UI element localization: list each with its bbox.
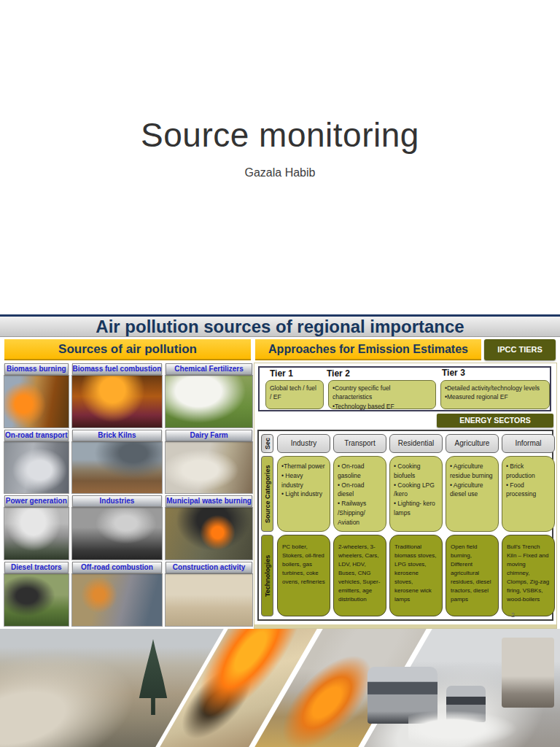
sources-photo-grid: Biomass burning Biomass fuel combustion … (4, 363, 252, 627)
panel-bottom-strip (254, 624, 556, 628)
photo-label: Industries (72, 495, 163, 507)
tier-1-cell: Global tech / fuel / EF (265, 380, 324, 409)
column-header-transport: Transport (333, 434, 386, 453)
exhaust-smoke (408, 711, 518, 747)
photo-label: On-road transport (4, 430, 69, 441)
photo-label: Biomass burning (4, 363, 69, 375)
bottom-photo-collage (0, 629, 560, 747)
technologies-industry: PC boiler, Stokers, oil-fired boilers, g… (277, 535, 330, 616)
source-cell-power-generation: Power generation (4, 495, 69, 561)
column-header-industry: Industry (277, 434, 330, 453)
photo-label: Municipal waste burning (166, 495, 252, 507)
source-cell-dairy-farm: Dairy Farm (165, 429, 253, 495)
ipcc-tiers-box: Tier 1 Tier 2 Tier 3 Global tech / fuel … (258, 366, 551, 411)
source-cell-brick-kilns: Brick Kilns (71, 429, 163, 495)
tier-3-title: Tier 3 (442, 368, 465, 378)
document-page: Source monitoring Gazala Habib Air pollu… (0, 0, 560, 747)
column-header-informal: Informal (502, 434, 555, 453)
truck-silhouette (502, 638, 554, 708)
on-road-transport-photo (4, 441, 69, 495)
source-cell-on-road-transport: On-road transport (4, 429, 69, 495)
title-block: Source monitoring Gazala Habib (0, 115, 560, 179)
approaches-column-header: Approaches for Emission Estimates (255, 339, 481, 360)
technologies-transport: 2-wheelers, 3-wheelers, Cars, LDV, HDV, … (333, 535, 386, 616)
dairy-farm-photo (165, 441, 253, 495)
source-categories-residential: • Cooking biofuels • Cooking LPG /kero •… (389, 456, 443, 532)
photo-label: Brick Kilns (72, 430, 163, 441)
source-categories-informal: • Brick production • Food processing (502, 456, 555, 532)
power-generation-photo (4, 507, 69, 560)
column-header-residential: Residential (389, 434, 443, 453)
slide-number: 2 (511, 611, 515, 619)
photo-label: Diesel tractors (4, 562, 69, 573)
page-author: Gazala Habib (0, 166, 560, 179)
source-cell-biomass-burning: Biomass burning (4, 363, 69, 429)
photo-label: Chemical Fertilizers (166, 363, 252, 375)
slide-air-pollution-sources: Air pollution sources of regional import… (0, 314, 560, 629)
biomass-burning-photo (4, 375, 69, 428)
source-cell-off-road-combustion: Off-road combustion (71, 561, 163, 627)
source-categories-transport: • On-road gasoline • On-road diesel • Ra… (333, 456, 386, 532)
source-cell-diesel-tractors: Diesel tractors (4, 561, 69, 627)
off-road-combustion-photo (71, 573, 163, 627)
energy-sectors-table: Sec Source Categories Technologies Indus… (257, 430, 553, 621)
source-cell-biomass-fuel-combustion: Biomass fuel combustion (71, 363, 163, 429)
technologies-informal: Bull's Trench Kiln – Fixed and moving ch… (502, 535, 555, 616)
page-title: Source monitoring (0, 115, 560, 155)
sources-column-header: Sources of air pollution (4, 339, 251, 360)
tier-3-cell: •Detailed activity/technology levels •Me… (440, 380, 550, 409)
row-label-sectors: Sec (261, 434, 273, 453)
source-cell-construction-activity: Construction activity (165, 561, 253, 627)
photo-label: Power generation (4, 495, 69, 507)
column-header-agriculture: Agriculture (446, 434, 499, 453)
source-categories-agriculture: • Agriculture residue burning • Agricult… (446, 456, 499, 532)
technologies-residential: Traditional biomass stoves, LPG stoves, … (389, 535, 443, 616)
construction-activity-photo (165, 573, 253, 627)
emission-estimates-panel: Tier 1 Tier 2 Tier 3 Global tech / fuel … (254, 363, 557, 629)
tier-2-title: Tier 2 (327, 368, 350, 379)
row-label-source-categories: Source Categories (261, 456, 273, 532)
source-cell-chemical-fertilizers: Chemical Fertilizers (165, 363, 253, 429)
source-cell-industries: Industries (71, 495, 163, 561)
biomass-fuel-combustion-photo (71, 375, 163, 428)
brick-kilns-photo (71, 441, 163, 495)
technologies-agriculture: Open field burning, Different agricultur… (446, 535, 499, 616)
industries-photo (71, 507, 163, 560)
photo-label: Construction activity (166, 562, 252, 573)
photo-label: Off-road combustion (72, 562, 163, 573)
chemical-fertilizers-photo (165, 375, 253, 428)
photo-label: Dairy Farm (166, 430, 252, 441)
slide-header: Air pollution sources of regional import… (0, 314, 560, 337)
municipal-waste-burning-photo (165, 507, 253, 560)
tier-1-title: Tier 1 (270, 368, 293, 379)
tier-2-cell: •Country specific fuel characteristics •… (328, 380, 436, 409)
source-categories-industry: •Thermal power • Heavy industry • Light … (277, 456, 330, 532)
row-label-technologies: Technologies (261, 535, 273, 616)
diesel-tractors-photo (4, 573, 69, 627)
energy-sectors-tab: ENERGY SECTORS (437, 414, 553, 427)
ipcc-tiers-tab: IPCC TIERS (484, 339, 556, 360)
photo-label: Biomass fuel combustion (72, 363, 163, 375)
source-cell-municipal-waste-burning: Municipal waste burning (165, 495, 253, 561)
